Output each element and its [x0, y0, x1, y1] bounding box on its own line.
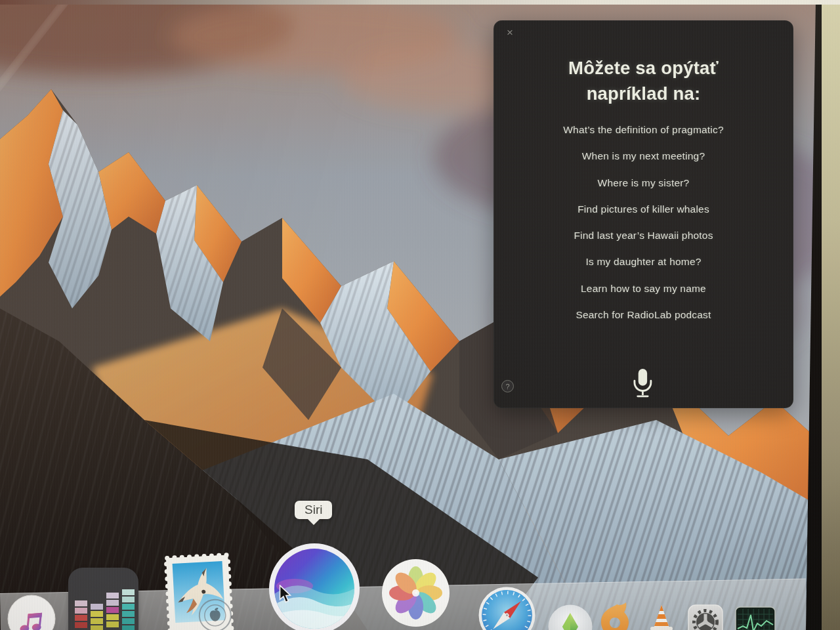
- siri-suggestion: Learn how to say my name: [494, 276, 793, 302]
- siri-suggestion: Is my daughter at home?: [494, 249, 793, 275]
- mail-icon: [162, 553, 236, 630]
- monitor-bezel-and-wall: [801, 0, 840, 630]
- siri-title-line2: napríklad na:: [494, 81, 793, 106]
- siri-panel: × Môžete sa opýtať napríklad na: What’s …: [494, 20, 793, 408]
- siri-suggestion-list: What’s the definition of pragmatic? When…: [494, 117, 793, 328]
- sims-icon: [548, 604, 593, 630]
- dock-item-sims[interactable]: [548, 604, 593, 630]
- siri-suggestion: What’s the definition of pragmatic?: [494, 117, 793, 143]
- photographed-screen: × Môžete sa opýtať napríklad na: What’s …: [0, 0, 840, 630]
- dock-item-origin[interactable]: [597, 602, 633, 630]
- dock-item-photos[interactable]: [381, 558, 450, 627]
- help-icon[interactable]: ?: [501, 380, 514, 392]
- dock-item-activity-monitor[interactable]: [735, 606, 776, 630]
- itunes-icon: [7, 595, 56, 630]
- photos-icon: [381, 558, 450, 627]
- monitor-top-edge: [0, 0, 840, 5]
- origin-icon: [597, 602, 633, 630]
- dock-item-safari[interactable]: [478, 587, 536, 630]
- safari-icon: [478, 587, 536, 630]
- dock-item-system-preferences[interactable]: [688, 604, 723, 630]
- dock-item-vlc[interactable]: [646, 603, 677, 630]
- siri-suggestion: When is my next meeting?: [494, 143, 793, 169]
- system-preferences-icon: [688, 604, 723, 630]
- siri-suggestion: Find pictures of killer whales: [494, 196, 793, 222]
- arrow-cursor: [279, 585, 291, 604]
- siri-suggestion: Where is my sister?: [494, 170, 793, 196]
- activity-monitor-icon: [735, 606, 776, 630]
- siri-suggestion: Find last year’s Hawaii photos: [494, 222, 793, 249]
- tooltip-arrow: [308, 519, 320, 528]
- vlc-icon: [646, 603, 677, 630]
- dock-item-itunes[interactable]: [7, 595, 56, 630]
- siri-title-line1: Môžete sa opýtať: [494, 55, 793, 81]
- siri-suggestion: Search for RadioLab podcast: [494, 302, 793, 328]
- microphone-icon[interactable]: [629, 368, 656, 399]
- close-icon[interactable]: ×: [503, 26, 517, 40]
- siri-tooltip: Siri: [295, 501, 332, 519]
- dock-item-mail[interactable]: [162, 553, 236, 630]
- siri-panel-title: Môžete sa opýtať napríklad na:: [494, 55, 793, 106]
- siri-tooltip-label: Siri: [304, 503, 322, 516]
- dock-item-deezer[interactable]: [68, 568, 138, 630]
